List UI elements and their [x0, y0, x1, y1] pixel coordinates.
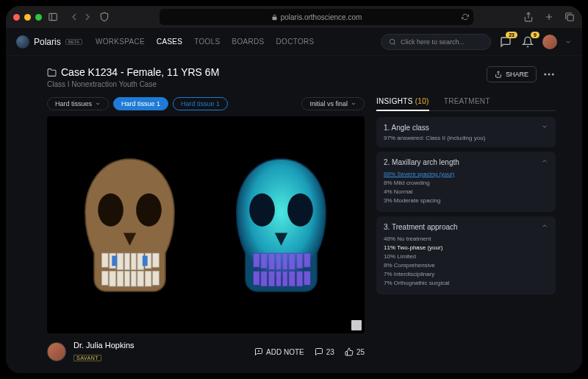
- nav-forward-icon[interactable]: [82, 11, 93, 23]
- sidebar-toggle-icon[interactable]: [48, 12, 58, 22]
- notifications-button[interactable]: 9: [520, 35, 535, 49]
- nav-doctors[interactable]: DOCTORS: [276, 38, 315, 46]
- svg-rect-34: [254, 253, 260, 267]
- svg-rect-25: [125, 271, 130, 286]
- case-subtitle: Class I Nonextraction Youth Case: [47, 80, 219, 88]
- insight-panel: 2. Maxillary arch length88% Severe spaci…: [376, 152, 556, 212]
- insight-note: 97% answered: Class II (including you): [384, 135, 548, 141]
- tissue-pill-active[interactable]: Hard tissue 1: [113, 97, 168, 110]
- chevron-down-icon: [351, 101, 356, 107]
- insight-bar-row[interactable]: 10% Limited: [384, 253, 548, 260]
- share-button[interactable]: SHARE: [487, 66, 537, 82]
- tab-treatment[interactable]: TREATMENT: [444, 97, 490, 110]
- app-topbar: Polaris BETA WORKSPACE CASES TOOLS BOARD…: [6, 28, 582, 56]
- tissue-dropdown[interactable]: Hard tissues: [47, 97, 109, 110]
- skull-scan-left: [66, 136, 193, 314]
- share-icon[interactable]: [523, 12, 534, 22]
- bar-label: 48% No treatment: [384, 235, 465, 242]
- svg-rect-5: [567, 15, 573, 21]
- svg-rect-23: [110, 271, 116, 286]
- beta-badge: BETA: [65, 39, 82, 45]
- svg-rect-45: [276, 271, 282, 286]
- insight-bar-row[interactable]: 48% No treatment: [384, 235, 548, 242]
- insight-bar-row[interactable]: 7% Orthognathic surgical: [384, 280, 548, 286]
- svg-rect-48: [297, 271, 304, 286]
- insight-bar-row[interactable]: 11% Two-phase (your): [384, 244, 548, 251]
- chevron-down-icon: [95, 101, 101, 107]
- doctor-tag: SAVANT: [74, 355, 101, 361]
- url-bar[interactable]: polaris.orthoscience.com: [159, 9, 473, 25]
- nav-cases[interactable]: CASES: [157, 38, 182, 46]
- likes-button[interactable]: 25: [345, 347, 365, 356]
- svg-point-11: [552, 74, 554, 76]
- nav-back-icon[interactable]: [68, 11, 80, 23]
- svg-rect-37: [276, 253, 282, 269]
- nav-workspace[interactable]: WORKSPACE: [96, 38, 145, 46]
- svg-rect-30: [112, 255, 118, 266]
- chevron-up-icon: [541, 157, 548, 166]
- scan-viewer[interactable]: [47, 116, 365, 333]
- search-placeholder: Click here to search...: [401, 38, 465, 46]
- bar-label: 88% Severe spacing (your): [384, 171, 465, 177]
- svg-rect-0: [49, 13, 57, 20]
- insight-header[interactable]: 3. Treatment approach: [384, 222, 548, 231]
- svg-rect-38: [283, 253, 288, 269]
- svg-rect-18: [132, 253, 137, 269]
- close-window[interactable]: [13, 14, 20, 21]
- bar-label: 7% Orthognathic surgical: [384, 280, 465, 286]
- svg-point-32: [250, 193, 276, 226]
- more-options-button[interactable]: [542, 68, 556, 81]
- reload-icon[interactable]: [462, 13, 469, 21]
- nav-boards[interactable]: BOARDS: [232, 38, 265, 46]
- new-tab-icon[interactable]: [544, 12, 554, 22]
- svg-point-10: [548, 74, 551, 76]
- bar-label: 8% Comprehensive: [384, 262, 465, 269]
- bar-label: 7% Interdisciplinary: [384, 271, 465, 277]
- brand-logo: [16, 35, 29, 49]
- tab-insights[interactable]: INSIGHTS (10): [376, 97, 429, 111]
- insight-header[interactable]: 1. Angle class: [384, 123, 548, 132]
- tissue-pill-secondary[interactable]: Hard tissue 1: [173, 97, 228, 110]
- brand[interactable]: Polaris BETA: [16, 35, 82, 49]
- search-icon: [389, 38, 396, 46]
- comparison-dropdown[interactable]: Initial vs final: [301, 97, 365, 110]
- window-controls: [13, 14, 42, 21]
- insight-bar-row[interactable]: 7% Interdisciplinary: [384, 271, 548, 277]
- bar-label: 10% Limited: [384, 253, 465, 260]
- svg-point-6: [390, 39, 395, 44]
- insight-title: 2. Maxillary arch length: [384, 158, 459, 166]
- chat-badge: 23: [506, 32, 517, 38]
- nav-tools[interactable]: TOOLS: [194, 38, 220, 46]
- minimize-window[interactable]: [24, 14, 31, 21]
- insight-bar-row[interactable]: 3% Moderate spacing: [384, 197, 548, 204]
- insight-bar-row[interactable]: 8% Mild crowding: [384, 180, 548, 186]
- svg-point-13: [137, 193, 162, 226]
- doctor-avatar[interactable]: [47, 342, 66, 361]
- maximize-window[interactable]: [35, 14, 42, 21]
- viewer-resize-handle[interactable]: [351, 320, 362, 330]
- insight-title: 1. Angle class: [384, 124, 429, 132]
- insight-bar-row[interactable]: 4% Normal: [384, 188, 548, 195]
- svg-rect-35: [261, 253, 268, 269]
- svg-rect-31: [143, 255, 148, 266]
- tabs-icon[interactable]: [564, 12, 575, 22]
- comments-button[interactable]: 23: [315, 347, 334, 356]
- comment-icon: [315, 347, 323, 356]
- user-avatar[interactable]: [542, 35, 557, 49]
- chevron-down-icon[interactable]: [564, 38, 572, 46]
- svg-rect-27: [137, 271, 144, 286]
- insight-bar-row[interactable]: 8% Comprehensive: [384, 262, 548, 269]
- share-arrow-icon: [495, 71, 502, 78]
- chevron-up-icon: [541, 222, 548, 231]
- insight-panel: 1. Angle class97% answered: Class II (in…: [376, 117, 556, 147]
- add-note-button[interactable]: ADD NOTE: [254, 347, 304, 356]
- insight-header[interactable]: 2. Maxillary arch length: [384, 157, 548, 166]
- insight-bar-row[interactable]: 88% Severe spacing (your): [384, 171, 548, 177]
- bell-badge: 9: [531, 32, 539, 38]
- chat-button[interactable]: 23: [498, 35, 513, 49]
- bar-label: 8% Mild crowding: [384, 180, 465, 186]
- search-input[interactable]: Click here to search...: [381, 34, 491, 50]
- folder-icon: [47, 68, 57, 77]
- shield-icon[interactable]: [99, 12, 110, 22]
- lock-icon: [271, 14, 278, 21]
